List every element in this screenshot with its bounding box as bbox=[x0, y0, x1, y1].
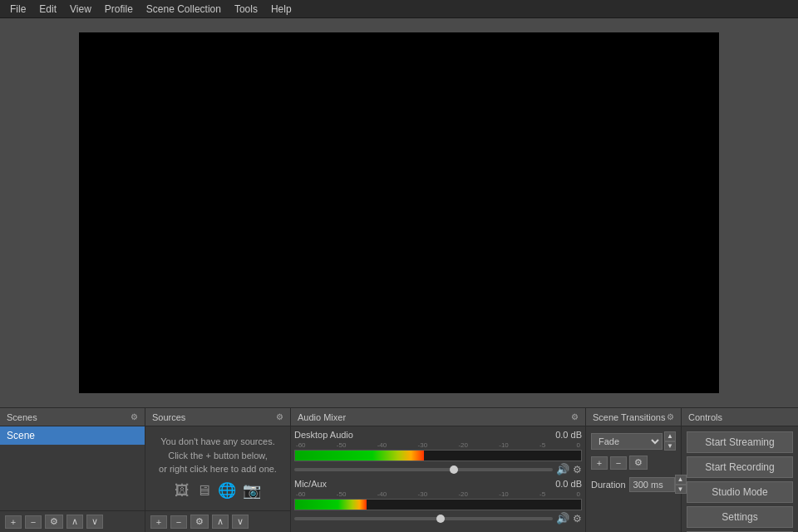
audio-mixer-header: Audio Mixer ⚙ bbox=[291, 408, 585, 426]
start-streaming-button[interactable]: Start Streaming bbox=[687, 431, 793, 453]
mic-volume-knob bbox=[436, 515, 445, 523]
controls-panel: Controls Start Streaming Start Recording… bbox=[682, 408, 798, 532]
audio-track-mic: Mic/Aux 0.0 dB -60 -50 -40 -30 -20 -10 -… bbox=[294, 479, 582, 525]
desktop-audio-level bbox=[295, 451, 424, 461]
transition-remove-button[interactable]: − bbox=[610, 456, 627, 470]
camera-source-icon: 📷 bbox=[243, 480, 261, 502]
sources-empty-area[interactable]: You don't have any sources. Click the + … bbox=[145, 426, 290, 510]
audio-mixer-content: Desktop Audio 0.0 dB -60 -50 -40 -30 -20… bbox=[291, 426, 585, 532]
controls-title: Controls bbox=[688, 412, 722, 422]
scenes-title: Scenes bbox=[7, 412, 37, 422]
mic-audio-controls: 🔊 ⚙ bbox=[294, 512, 582, 525]
mic-aux-level bbox=[295, 500, 367, 510]
transitions-panel-header: Scene Transitions ⚙ bbox=[586, 408, 681, 426]
audio-track-mic-header: Mic/Aux 0.0 dB bbox=[294, 479, 582, 489]
scenes-panel-header: Scenes ⚙ bbox=[0, 408, 145, 426]
desktop-volume-slider[interactable] bbox=[294, 468, 553, 471]
desktop-audio-db: 0.0 dB bbox=[555, 430, 582, 440]
desktop-mute-button[interactable]: 🔊 bbox=[556, 463, 569, 475]
sources-panel: Sources ⚙ You don't have any sources. Cl… bbox=[145, 408, 291, 532]
scenes-list: Scene bbox=[0, 426, 145, 510]
audio-track-desktop-header: Desktop Audio 0.0 dB bbox=[294, 430, 582, 440]
mic-mute-button[interactable]: 🔊 bbox=[556, 512, 569, 525]
main-content: Scenes ⚙ Scene + − ⚙ ∧ ∨ Sources ⚙ You d… bbox=[0, 18, 798, 532]
start-recording-button[interactable]: Start Recording bbox=[687, 456, 793, 478]
bottom-panels: Scenes ⚙ Scene + − ⚙ ∧ ∨ Sources ⚙ You d… bbox=[0, 407, 798, 532]
mic-audio-settings-button[interactable]: ⚙ bbox=[573, 513, 582, 525]
transitions-config-icon[interactable]: ⚙ bbox=[667, 412, 674, 421]
menu-file[interactable]: File bbox=[3, 2, 32, 17]
mic-volume-slider[interactable] bbox=[294, 517, 553, 520]
scenes-add-button[interactable]: + bbox=[5, 515, 22, 529]
transitions-toolbar: + − ⚙ bbox=[591, 456, 676, 470]
mic-tick-labels: -60 -50 -40 -30 -20 -10 -5 0 bbox=[294, 490, 582, 498]
mic-aux-label: Mic/Aux bbox=[294, 479, 327, 489]
desktop-audio-controls: 🔊 ⚙ bbox=[294, 463, 582, 475]
settings-button[interactable]: Settings bbox=[687, 506, 793, 528]
desktop-volume-knob bbox=[450, 466, 458, 474]
menu-edit[interactable]: Edit bbox=[32, 2, 63, 17]
audio-track-desktop: Desktop Audio 0.0 dB -60 -50 -40 -30 -20… bbox=[294, 430, 582, 475]
transition-select-row: Fade ▲ ▼ bbox=[591, 431, 676, 451]
audio-mixer-config-icon[interactable]: ⚙ bbox=[571, 412, 579, 421]
transitions-title: Scene Transitions bbox=[593, 412, 665, 422]
audio-mixer-panel: Audio Mixer ⚙ Desktop Audio 0.0 dB -60 -… bbox=[291, 408, 586, 532]
scene-transitions-panel: Scene Transitions ⚙ Fade ▲ ▼ + − ⚙ bbox=[586, 408, 682, 532]
scenes-down-button[interactable]: ∨ bbox=[86, 515, 103, 529]
sources-empty-text: You don't have any sources. Click the + … bbox=[159, 435, 277, 476]
menu-view[interactable]: View bbox=[63, 2, 98, 17]
sources-up-button[interactable]: ∧ bbox=[212, 515, 229, 529]
menu-help[interactable]: Help bbox=[264, 2, 298, 17]
sources-panel-header: Sources ⚙ bbox=[145, 408, 290, 426]
controls-panel-header: Controls bbox=[682, 408, 798, 426]
sources-remove-button[interactable]: − bbox=[170, 515, 187, 529]
transition-settings-button[interactable]: ⚙ bbox=[629, 456, 648, 470]
desktop-tick-labels: -60 -50 -40 -30 -20 -10 -5 0 bbox=[294, 441, 582, 449]
preview-area bbox=[0, 18, 798, 407]
preview-canvas bbox=[79, 32, 719, 393]
transition-add-button[interactable]: + bbox=[591, 456, 608, 470]
studio-mode-button[interactable]: Studio Mode bbox=[687, 481, 793, 503]
audio-mixer-title: Audio Mixer bbox=[298, 412, 346, 422]
scenes-settings-button[interactable]: ⚙ bbox=[45, 515, 63, 529]
transition-type-down[interactable]: ▼ bbox=[664, 441, 676, 451]
scenes-up-button[interactable]: ∧ bbox=[66, 515, 83, 529]
transition-type-select[interactable]: Fade bbox=[591, 433, 663, 450]
sources-toolbar: + − ⚙ ∧ ∨ bbox=[145, 510, 290, 532]
controls-content: Start Streaming Start Recording Studio M… bbox=[682, 426, 798, 532]
desktop-audio-meter bbox=[294, 450, 582, 461]
desktop-audio-settings-button[interactable]: ⚙ bbox=[573, 464, 582, 475]
sources-settings-button[interactable]: ⚙ bbox=[190, 515, 209, 529]
transition-type-up[interactable]: ▲ bbox=[664, 431, 676, 441]
menu-profile[interactable]: Profile bbox=[98, 2, 140, 17]
duration-label: Duration bbox=[591, 480, 626, 490]
menu-tools[interactable]: Tools bbox=[228, 2, 264, 17]
duration-input[interactable] bbox=[629, 477, 675, 492]
browser-source-icon: 🌐 bbox=[218, 480, 236, 502]
transitions-content: Fade ▲ ▼ + − ⚙ Duration bbox=[586, 426, 681, 532]
mic-aux-db: 0.0 dB bbox=[555, 479, 582, 489]
display-source-icon: 🖥 bbox=[196, 480, 211, 502]
scenes-config-icon[interactable]: ⚙ bbox=[131, 412, 138, 421]
mic-aux-meter bbox=[294, 499, 582, 510]
scenes-panel: Scenes ⚙ Scene + − ⚙ ∧ ∨ bbox=[0, 408, 145, 532]
scenes-remove-button[interactable]: − bbox=[25, 515, 42, 529]
duration-row: Duration ▲ ▼ bbox=[591, 475, 676, 494]
scenes-toolbar: + − ⚙ ∧ ∨ bbox=[0, 510, 145, 532]
image-source-icon: 🖼 bbox=[175, 480, 190, 502]
sources-down-button[interactable]: ∨ bbox=[232, 515, 249, 529]
sources-icon-row: 🖼 🖥 🌐 📷 bbox=[175, 480, 261, 502]
sources-title: Sources bbox=[152, 412, 185, 422]
scene-item-scene[interactable]: Scene bbox=[0, 426, 145, 445]
menu-bar: File Edit View Profile Scene Collection … bbox=[0, 0, 798, 18]
menu-scene-collection[interactable]: Scene Collection bbox=[140, 2, 228, 17]
sources-config-icon[interactable]: ⚙ bbox=[276, 412, 283, 421]
sources-add-button[interactable]: + bbox=[150, 515, 167, 529]
desktop-audio-label: Desktop Audio bbox=[294, 430, 353, 440]
